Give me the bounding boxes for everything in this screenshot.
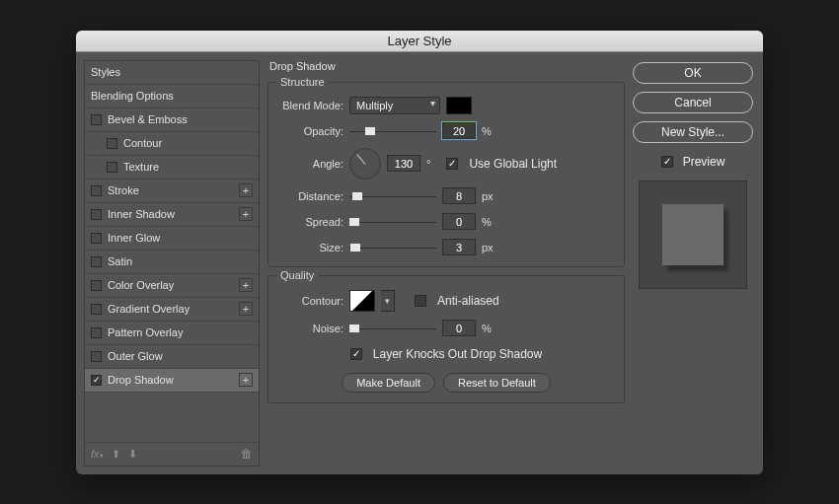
style-item-label: Stroke xyxy=(108,184,139,196)
styles-footer: fx▾ ⬆ ⬇ 🗑 xyxy=(85,442,259,466)
new-style-button[interactable]: New Style... xyxy=(633,121,753,143)
global-light-label: Use Global Light xyxy=(469,157,557,171)
angle-label: Angle: xyxy=(278,158,343,170)
angle-input[interactable] xyxy=(387,155,420,172)
move-down-icon[interactable]: ⬇ xyxy=(128,448,137,461)
style-checkbox[interactable] xyxy=(91,185,102,196)
style-item-drop-shadow[interactable]: Drop Shadow+ xyxy=(85,369,259,393)
quality-legend: Quality xyxy=(276,269,318,281)
spread-label: Spread: xyxy=(278,216,343,228)
style-checkbox[interactable] xyxy=(107,138,117,149)
plus-icon[interactable]: + xyxy=(239,207,253,221)
distance-input[interactable] xyxy=(442,187,476,204)
spread-unit: % xyxy=(482,216,492,228)
distance-slider[interactable] xyxy=(349,189,436,203)
style-item-satin[interactable]: Satin xyxy=(85,251,259,274)
noise-label: Noise: xyxy=(278,323,343,334)
style-item-label: Gradient Overlay xyxy=(108,303,190,315)
style-checkbox[interactable] xyxy=(91,280,102,291)
knocks-out-checkbox[interactable] xyxy=(350,348,362,360)
noise-input[interactable] xyxy=(442,320,476,336)
style-item-label: Outer Glow xyxy=(108,350,163,362)
plus-icon[interactable]: + xyxy=(239,373,253,387)
angle-dial[interactable] xyxy=(349,148,381,180)
noise-slider[interactable] xyxy=(349,322,436,335)
move-up-icon[interactable]: ⬆ xyxy=(112,448,120,461)
style-item-label: Inner Shadow xyxy=(108,208,175,220)
contour-label: Contour: xyxy=(278,295,343,307)
global-light-checkbox[interactable] xyxy=(446,158,458,170)
spread-input[interactable] xyxy=(442,213,476,230)
reset-default-button[interactable]: Reset to Default xyxy=(443,373,551,393)
knocks-out-label: Layer Knocks Out Drop Shadow xyxy=(373,347,542,361)
size-input[interactable] xyxy=(442,239,476,255)
size-slider[interactable] xyxy=(349,241,436,254)
style-item-bevel-emboss[interactable]: Bevel & Emboss xyxy=(85,108,259,132)
plus-icon[interactable]: + xyxy=(239,302,253,316)
style-item-label: Satin xyxy=(108,255,132,267)
style-item-label: Pattern Overlay xyxy=(108,326,183,338)
quality-fieldset: Quality Contour: ▾ Anti-aliased Noise: % xyxy=(267,275,625,403)
layer-style-dialog: Layer Style Styles Blending Options Beve… xyxy=(76,31,763,474)
ok-button[interactable]: OK xyxy=(633,62,753,84)
anti-aliased-checkbox[interactable] xyxy=(415,295,426,307)
style-item-texture[interactable]: Texture xyxy=(85,156,259,180)
dialog-title: Layer Style xyxy=(76,31,763,52)
preview-thumbnail xyxy=(639,180,747,289)
noise-unit: % xyxy=(482,323,492,334)
style-item-label: Color Overlay xyxy=(108,279,174,291)
style-item-gradient-overlay[interactable]: Gradient Overlay+ xyxy=(85,298,259,322)
opacity-label: Opacity: xyxy=(278,125,343,137)
opacity-slider[interactable] xyxy=(349,124,436,138)
style-item-color-overlay[interactable]: Color Overlay+ xyxy=(85,274,259,298)
preview-label: Preview xyxy=(683,155,725,169)
contour-chevron-icon[interactable]: ▾ xyxy=(381,290,395,312)
angle-unit: ° xyxy=(426,158,430,170)
opacity-input[interactable] xyxy=(442,122,476,139)
anti-aliased-label: Anti-aliased xyxy=(437,294,499,308)
distance-label: Distance: xyxy=(278,190,343,202)
contour-picker[interactable] xyxy=(349,290,375,312)
style-item-outer-glow[interactable]: Outer Glow xyxy=(85,345,259,369)
styles-panel: Styles Blending Options Bevel & EmbossCo… xyxy=(84,60,260,467)
style-checkbox[interactable] xyxy=(91,375,102,386)
style-item-stroke[interactable]: Stroke+ xyxy=(85,180,259,203)
preview-checkbox[interactable] xyxy=(661,156,673,168)
shadow-color-swatch[interactable] xyxy=(446,97,472,114)
style-checkbox[interactable] xyxy=(91,327,102,338)
size-label: Size: xyxy=(278,242,343,253)
style-checkbox[interactable] xyxy=(91,209,102,220)
style-checkbox[interactable] xyxy=(91,233,102,244)
dialog-buttons: OK Cancel New Style... Preview xyxy=(633,60,753,467)
trash-icon[interactable]: 🗑 xyxy=(241,447,253,461)
blending-options[interactable]: Blending Options xyxy=(85,85,259,108)
spread-slider[interactable] xyxy=(349,215,436,229)
style-checkbox[interactable] xyxy=(107,162,117,173)
style-checkbox[interactable] xyxy=(91,351,102,362)
style-checkbox[interactable] xyxy=(91,114,102,125)
structure-fieldset: Structure Blend Mode: Multiply Opacity: … xyxy=(267,82,625,267)
style-item-pattern-overlay[interactable]: Pattern Overlay xyxy=(85,322,259,345)
style-item-label: Texture xyxy=(123,161,159,173)
style-item-contour[interactable]: Contour xyxy=(85,132,259,156)
panel-title: Drop Shadow xyxy=(269,60,625,72)
settings-panel: Drop Shadow Structure Blend Mode: Multip… xyxy=(267,60,625,467)
styles-header[interactable]: Styles xyxy=(85,61,259,85)
make-default-button[interactable]: Make Default xyxy=(342,373,435,393)
style-item-label: Inner Glow xyxy=(108,232,160,244)
style-checkbox[interactable] xyxy=(91,256,102,267)
fx-icon[interactable]: fx▾ xyxy=(91,448,104,460)
style-item-label: Contour xyxy=(123,137,162,149)
size-unit: px xyxy=(482,242,494,253)
style-checkbox[interactable] xyxy=(91,304,102,315)
preview-layer xyxy=(662,204,724,265)
plus-icon[interactable]: + xyxy=(239,183,253,197)
style-item-inner-shadow[interactable]: Inner Shadow+ xyxy=(85,203,259,227)
cancel-button[interactable]: Cancel xyxy=(633,92,753,113)
style-item-label: Drop Shadow xyxy=(108,374,174,386)
blend-mode-label: Blend Mode: xyxy=(278,100,343,111)
plus-icon[interactable]: + xyxy=(239,278,253,292)
style-item-label: Bevel & Emboss xyxy=(108,113,188,125)
style-item-inner-glow[interactable]: Inner Glow xyxy=(85,227,259,251)
blend-mode-select[interactable]: Multiply xyxy=(349,97,440,114)
